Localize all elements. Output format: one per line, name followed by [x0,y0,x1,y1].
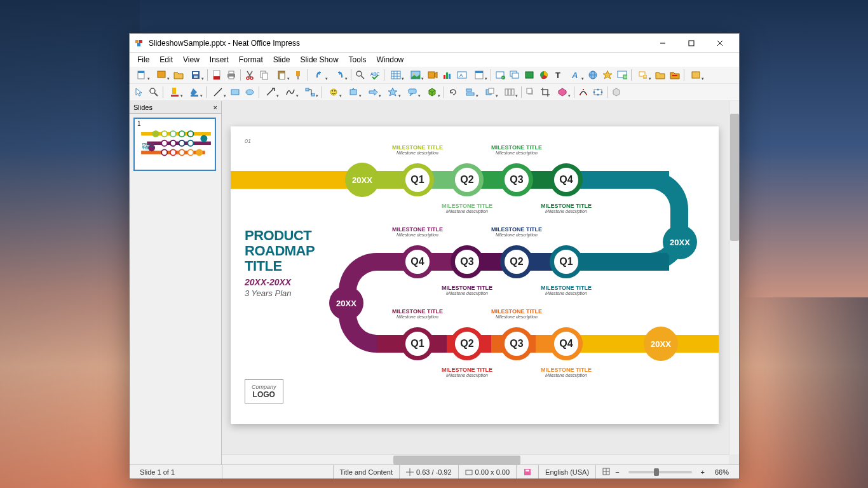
year-2[interactable]: 20XX [663,225,697,259]
insert-chart-button[interactable] [440,68,454,82]
export-pdf-button[interactable] [210,68,224,82]
insert-header-footer-button[interactable] [470,68,489,82]
horizontal-scrollbar[interactable] [222,454,729,464]
ms-r2-q2-top[interactable]: MILESTONE TITLEMilestone description [482,226,552,237]
menu-view[interactable]: View [178,54,205,65]
r2-q2[interactable]: Q2 [500,245,533,278]
r3-q3[interactable]: Q3 [500,327,533,360]
status-save-indicator[interactable] [517,465,539,478]
r1-q4[interactable]: Q4 [550,163,583,196]
year-4[interactable]: 20XX [644,327,678,361]
glue-points-button[interactable] [591,85,605,99]
block-arrows-button[interactable] [363,85,383,99]
r2-q4[interactable]: Q4 [401,245,434,278]
connectors-button[interactable] [301,85,320,99]
hyperlink-button[interactable] [586,68,600,82]
r3-q2[interactable]: Q2 [451,327,484,360]
spellcheck-button[interactable]: ABC [368,68,382,82]
ms-r2-q3-bot[interactable]: MILESTONE TITLEMilestone description [432,285,502,295]
new-slide-button[interactable]: + [634,68,653,82]
master-slide-button[interactable]: + [493,68,507,82]
ms-r3-q3-top[interactable]: MILESTONE TITLEMilestone description [482,308,552,319]
rectangle-button[interactable] [228,85,242,99]
r1-q2[interactable]: Q2 [451,163,484,196]
slide-editor[interactable]: 01 PRODUCT ROADMAP TITLE 20XX-20XX 3 Yea… [231,126,719,424]
r1-q3[interactable]: Q3 [500,163,533,196]
zoom-value[interactable]: 66% [710,468,729,476]
clone-formatting-button[interactable] [292,68,306,82]
r2-q1[interactable]: Q1 [550,245,583,278]
zoom-fit-icon[interactable] [602,468,610,477]
toggle-extrusion-button[interactable] [609,85,623,99]
crop-button[interactable] [538,85,552,99]
maximize-button[interactable] [677,34,705,52]
find-replace-button[interactable] [353,68,367,82]
year-1[interactable]: 20XX [345,163,379,197]
menu-tools[interactable]: Tools [344,54,372,65]
table-button[interactable] [386,68,405,82]
vertical-scrollbar[interactable] [729,101,739,454]
symbol-shapes-button[interactable] [344,85,363,99]
ms-r1-q2-bot[interactable]: MILESTONE TITLEMilestone description [432,203,502,214]
slide-canvas[interactable]: 01 PRODUCT ROADMAP TITLE 20XX-20XX 3 Yea… [222,101,739,464]
stars-button[interactable] [383,85,402,99]
slides-panel-close-icon[interactable]: × [214,104,217,111]
ms-r1-q3-top[interactable]: MILESTONE TITLEMilestone description [482,144,552,155]
curves-button[interactable] [281,85,300,99]
menu-slideshow[interactable]: Slide Show [295,54,344,65]
line-color-button[interactable] [165,85,184,99]
minimize-button[interactable] [648,34,677,52]
cut-button[interactable] [243,68,257,82]
template-button[interactable] [152,68,171,82]
duplicate-slide-button[interactable] [508,68,522,82]
ms-r2-q4-top[interactable]: MILESTONE TITLEMilestone description [383,226,452,237]
copy-button[interactable] [257,68,271,82]
shadow-button[interactable] [524,85,538,99]
filter-button[interactable] [553,85,572,99]
paste-button[interactable] [272,68,291,82]
points-button[interactable] [576,85,590,99]
select-tool[interactable] [132,85,146,99]
menu-edit[interactable]: Edit [154,54,178,65]
basic-shapes-button[interactable] [324,85,343,99]
3d-button[interactable] [423,85,442,99]
ms-r1-q4-bot[interactable]: MILESTONE TITLEMilestone description [531,203,601,214]
undo-button[interactable] [310,68,329,82]
insert-chart-pie-button[interactable] [537,68,551,82]
insert-textbox-button[interactable]: A [455,68,469,82]
r3-q4[interactable]: Q4 [550,327,583,360]
redo-button[interactable] [330,68,349,82]
r1-q1[interactable]: Q1 [401,163,434,196]
insert-text-button[interactable]: T [552,68,566,82]
slide-thumbnail-1[interactable]: 1 [133,118,216,171]
ms-r3-q1-top[interactable]: MILESTONE TITLEMilestone description [383,308,452,319]
r3-q1[interactable]: Q1 [401,327,434,360]
slide-layout-button[interactable] [653,68,667,82]
menu-window[interactable]: Window [372,54,409,65]
align-button[interactable] [461,85,480,99]
ms-r2-q1-bot[interactable]: MILESTONE TITLEMilestone description [531,285,601,295]
ellipse-button[interactable] [243,85,257,99]
ms-r3-q2-bot[interactable]: MILESTONE TITLEMilestone description [432,367,502,377]
line-button[interactable] [208,85,227,99]
status-language[interactable]: English (USA) [539,465,596,478]
vertical-scrollbar-thumb[interactable] [730,114,739,241]
ms-r3-q4-bot[interactable]: MILESTONE TITLEMilestone description [531,367,601,377]
company-logo-box[interactable]: Company LOGO [245,379,283,403]
menu-insert[interactable]: Insert [205,54,234,65]
delete-slide-button[interactable] [668,68,682,82]
year-3[interactable]: 20XX [329,286,363,320]
slide-properties-button[interactable] [522,68,536,82]
save-button[interactable] [186,68,205,82]
start-presentation-button[interactable] [615,68,629,82]
horizontal-scrollbar-thumb[interactable] [393,456,520,464]
close-button[interactable] [705,34,734,52]
distribute-button[interactable] [500,85,519,99]
zoom-slider-thumb[interactable] [654,468,659,476]
display-views-button[interactable] [686,68,705,82]
lines-arrows-button[interactable] [261,85,280,99]
print-button[interactable] [224,68,238,82]
animation-button[interactable] [600,68,614,82]
insert-image-button[interactable] [406,68,425,82]
fontwork-button[interactable]: A [566,68,585,82]
